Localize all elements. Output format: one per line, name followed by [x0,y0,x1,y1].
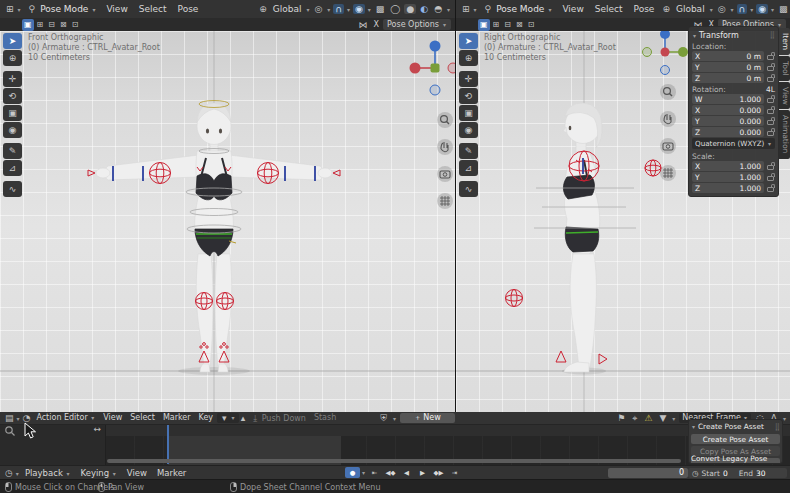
tool-tweak[interactable]: ➤ [459,33,478,49]
select-menu[interactable]: Select [134,0,172,18]
editor-type-icon[interactable]: ⊞ [460,4,472,14]
shading-wireframe-icon[interactable]: ◯ [388,4,402,14]
viewport-front[interactable]: ⊞▾ ⚲Pose Mode▾ View Select Pose ⊕ Global… [0,0,456,412]
select-set-icon[interactable]: ▣ [478,19,490,31]
select-set-icon[interactable]: ▣ [22,19,34,31]
mode-dropdown[interactable]: ⚲Pose Mode▾ [479,4,557,14]
markers-toggle-icon[interactable]: ⚑ [615,413,627,423]
mode-dropdown[interactable]: ⚲Pose Mode▾ [23,4,101,14]
tool-rotate[interactable]: ⟲ [459,88,478,104]
current-frame-field[interactable]: 0 [608,468,688,478]
next-keyframe-button[interactable]: ◆▶ [431,467,446,478]
editor-type-icon[interactable]: ◷ [3,468,15,478]
select-extend-icon[interactable]: ⊞ [491,19,502,31]
proportional-editing-icon[interactable]: ◉ [353,4,365,14]
jump-to-start-button[interactable]: ⇤ [367,467,382,478]
rotation-mode-badge[interactable]: 4L [766,85,775,94]
select-menu[interactable]: Select [590,0,628,18]
snap-magnet-icon[interactable]: ∩ [333,4,344,14]
tool-breakdowner[interactable]: ∿ [3,181,22,197]
normalize-icon[interactable]: ⌖ [630,413,639,424]
convert-legacy-pose-library-button[interactable]: Convert Legacy Pose Library [691,458,780,464]
select-extend-icon[interactable]: ⊞ [35,19,46,31]
tool-measure[interactable]: ⊿ [3,160,22,176]
horizontal-scrollbar[interactable] [107,459,681,463]
auto-key-button[interactable]: ● [345,467,360,478]
lock-icon[interactable] [767,173,775,182]
mirror-icon[interactable]: ⋈ [357,20,370,30]
tool-measure[interactable]: ⊿ [459,160,478,176]
play-button[interactable]: ▶ [415,467,430,478]
mirror-x-label[interactable]: X [374,20,379,29]
tool-transform[interactable]: ◉ [3,122,22,138]
pivot-point-icon[interactable]: ◎ [312,4,324,14]
new-action-button[interactable]: ＋ New [400,413,455,423]
xray-toggle-icon[interactable]: ▩ [777,4,790,14]
select-subtract-icon[interactable]: ⊟ [502,19,513,31]
rotation-mode-dropdown[interactable]: Quaternion (WXYZ)▾ [692,138,775,149]
rotation-x-field[interactable]: X0.000 [692,105,764,115]
tool-scale[interactable]: ▣ [459,105,478,121]
location-z-field[interactable]: Z0 m [692,73,764,83]
lock-icon[interactable] [767,52,775,61]
editor-type-icon[interactable]: ▤ [3,413,16,423]
pose-menu[interactable]: Pose [629,0,660,18]
viewport-side[interactable]: ⊞▾ ⚲Pose Mode▾ View Select Pose ⊕ Global… [456,0,790,412]
view-menu[interactable]: View [101,0,132,18]
unlink-action-icon[interactable]: ▴ [239,413,248,423]
view-menu[interactable]: View [99,412,126,424]
shading-material-icon[interactable]: ◐ [418,4,430,14]
tool-scale[interactable]: ▣ [3,105,22,121]
marker-menu[interactable]: Marker [152,466,191,480]
tool-breakdowner[interactable]: ∿ [459,181,478,197]
select-intersect-icon[interactable]: ⊡ [526,19,537,31]
scale-y-field[interactable]: Y1.000 [692,172,764,182]
pose-menu[interactable]: Pose [173,0,204,18]
lock-icon[interactable] [767,184,775,193]
snap-magnet-icon[interactable]: ∩ [737,4,748,14]
view-menu[interactable]: View [557,0,588,18]
play-reverse-button[interactable]: ◀ [399,467,414,478]
panel-grip-icon[interactable]: ⣿ [770,31,775,39]
channel-region[interactable]: ↔ [0,424,106,465]
shading-solid-icon[interactable]: ● [404,4,416,14]
current-frame-line[interactable] [167,424,169,464]
lock-icon[interactable] [767,95,775,104]
rotation-z-field[interactable]: Z0.000 [692,127,764,137]
prev-keyframe-button[interactable]: ◀◆ [383,467,398,478]
orientation-dropdown[interactable]: Global [674,0,707,18]
push-down-button[interactable]: ⤓ Push Down [247,412,310,425]
region-resize-handle[interactable]: ↔ [93,424,101,434]
tab-animation[interactable]: Animation [779,110,790,158]
tool-tweak[interactable]: ➤ [3,33,22,49]
xray-toggle-icon[interactable]: ▩ [374,4,387,14]
select-subtract-icon[interactable]: ⊟ [46,19,57,31]
marker-menu[interactable]: Marker [159,412,195,424]
lock-icon[interactable] [767,162,775,171]
pose-asset-panel-header[interactable]: ▾Create Pose Asset⣿ [691,421,780,432]
tab-tool[interactable]: Tool [779,56,790,81]
scale-z-field[interactable]: Z1.000 [692,183,764,193]
action-browse-dropdown[interactable]: ▾▾ [217,413,239,423]
lock-icon[interactable] [767,117,775,126]
proportional-editing-icon[interactable]: ◉ [756,4,768,14]
select-invert-icon[interactable]: ⊠ [58,19,69,31]
location-x-field[interactable]: X0 m [692,51,764,61]
create-pose-asset-button[interactable]: Create Pose Asset [691,434,780,444]
lock-icon[interactable] [767,74,775,83]
rotation-y-field[interactable]: Y0.000 [692,116,764,126]
shading-rendered-icon[interactable]: ◓ [432,4,444,14]
stash-button[interactable]: Stash [310,412,340,424]
tab-item[interactable]: Item [779,28,790,55]
tab-view[interactable]: View [779,82,790,110]
pose-options-dropdown[interactable]: Pose Options▾ [383,19,451,30]
location-y-field[interactable]: Y0 m [692,62,764,72]
tool-cursor[interactable]: ⊕ [3,50,22,66]
tool-annotate[interactable]: ✎ [3,143,22,159]
tool-move[interactable]: ✛ [459,71,478,87]
editor-mode-dropdown[interactable]: Action Editor ▾ [32,412,99,424]
search-icon[interactable] [4,425,16,437]
fake-user-icon[interactable]: ⛨ [378,413,389,424]
tool-annotate[interactable]: ✎ [459,143,478,159]
editor-type-icon[interactable]: ⊞ [4,4,16,14]
